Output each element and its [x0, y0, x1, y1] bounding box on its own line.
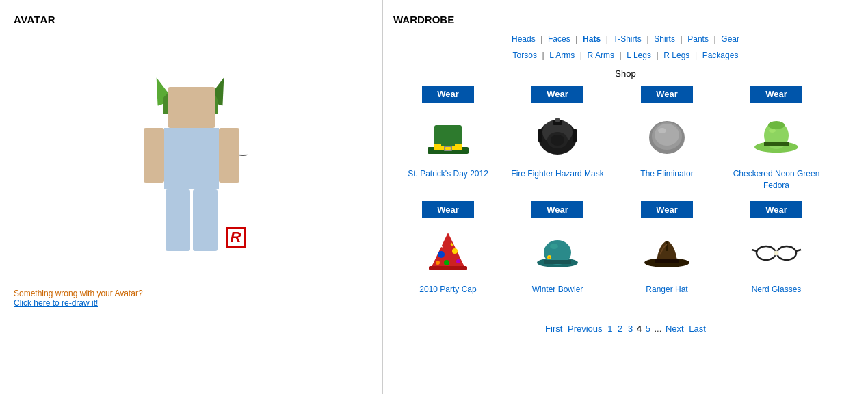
mask-firefighter-icon — [530, 111, 585, 159]
avatar-leg-right — [193, 189, 218, 251]
redraw-link[interactable]: Click here to re-draw it! — [14, 298, 369, 308]
page-first[interactable]: First — [545, 324, 562, 334]
svg-point-25 — [452, 248, 458, 254]
item-img-stpatrick — [417, 108, 479, 163]
page-last[interactable]: Last — [689, 324, 706, 334]
svg-rect-21 — [764, 142, 789, 146]
svg-rect-46 — [774, 251, 778, 255]
svg-point-28 — [456, 259, 460, 263]
item-firefighter: Wear — [503, 86, 612, 191]
pagination: First Previous 1 2 3 4 5 ... Next Last — [393, 313, 858, 334]
nav-larms[interactable]: L Arms — [549, 51, 575, 60]
item-bowler: Wear Wint — [503, 201, 612, 296]
item-name-firefighter[interactable]: Fire Fighter Hazard Mask — [511, 169, 603, 179]
svg-point-26 — [444, 260, 449, 265]
page-3[interactable]: 3 — [628, 324, 633, 334]
item-img-fedora — [746, 108, 807, 163]
svg-rect-8 — [538, 129, 542, 142]
svg-rect-31 — [429, 266, 467, 270]
item-img-firefighter — [527, 108, 588, 163]
avatar-arm-right — [219, 128, 239, 183]
page-2[interactable]: 2 — [618, 324, 622, 334]
wear-btn-partycap[interactable]: Wear — [422, 201, 474, 218]
item-name-fedora[interactable]: Checkered Neon Green Fedora — [733, 169, 820, 190]
svg-point-17 — [658, 128, 666, 133]
avatar-display: R — [14, 32, 369, 278]
items-grid: Wear St. Patrick's Day 2012 — [393, 86, 858, 306]
item-img-nerdglasses — [746, 224, 807, 278]
svg-rect-9 — [573, 129, 577, 142]
wardrobe-title: WARDROBE — [393, 14, 858, 25]
svg-point-27 — [436, 261, 440, 265]
svg-rect-35 — [544, 260, 571, 264]
wear-btn-stpatrick[interactable]: Wear — [422, 86, 474, 103]
page-next[interactable]: Next — [666, 324, 684, 334]
page-previous[interactable]: Previous — [568, 324, 603, 334]
nav-faces[interactable]: Faces — [548, 34, 570, 44]
svg-point-11 — [551, 135, 564, 146]
svg-rect-5 — [445, 147, 451, 150]
shop-label: Shop — [393, 68, 858, 79]
svg-rect-13 — [555, 118, 560, 122]
svg-point-20 — [768, 121, 785, 129]
glasses-nerd-icon — [749, 227, 804, 275]
hat-eliminator-icon — [640, 111, 694, 159]
svg-line-44 — [752, 250, 757, 251]
svg-point-24 — [438, 251, 445, 258]
avatar-leg-left — [166, 189, 190, 251]
avatar-head — [168, 87, 215, 128]
item-img-eliminator — [636, 108, 698, 163]
nav-rarms[interactable]: R Arms — [588, 51, 614, 60]
item-name-stpatrick[interactable]: St. Patrick's Day 2012 — [408, 169, 488, 179]
hat-stpatrick-icon — [421, 111, 475, 159]
nav-pants[interactable]: Pants — [687, 34, 709, 44]
left-panel: AVATAR — [0, 0, 383, 394]
nav-torsos[interactable]: Torsos — [513, 51, 537, 60]
avatar-figure: R — [116, 46, 267, 265]
nav-llegs[interactable]: L Legs — [627, 51, 651, 60]
wear-btn-fedora[interactable]: Wear — [750, 86, 802, 103]
item-img-partycap: ★ ★ — [417, 224, 479, 278]
nav-packages[interactable]: Packages — [702, 51, 739, 60]
item-fedora: Wear Checkered Neon Gr — [722, 86, 831, 191]
svg-point-22 — [769, 129, 776, 133]
hat-partycap-icon: ★ ★ — [421, 227, 475, 275]
item-img-ranghat — [636, 224, 698, 278]
nav-tshirts[interactable]: T-Shirts — [613, 34, 641, 44]
wear-btn-eliminator[interactable]: Wear — [641, 86, 693, 103]
item-name-bowler[interactable]: Winter Bowler — [532, 285, 583, 294]
item-name-partycap[interactable]: 2010 Party Cap — [419, 285, 476, 294]
svg-point-37 — [549, 257, 551, 259]
nav-hats[interactable]: Hats — [583, 34, 601, 44]
item-eliminator: Wear The Eliminator — [612, 86, 722, 191]
nav-gear[interactable]: Gear — [721, 34, 739, 44]
item-nerdglasses: Wear — [722, 201, 831, 296]
page-current: 4 — [637, 324, 642, 334]
page-ellipsis: ... — [655, 324, 664, 334]
item-name-eliminator[interactable]: The Eliminator — [640, 169, 693, 179]
item-name-nerdglasses[interactable]: Nerd Glasses — [752, 285, 802, 294]
page-1[interactable]: 1 — [607, 324, 612, 334]
wear-btn-firefighter[interactable]: Wear — [531, 86, 583, 103]
hat-fedora-icon — [749, 111, 804, 159]
avatar-torso: R — [164, 128, 219, 189]
svg-text:★: ★ — [440, 244, 443, 248]
svg-point-41 — [757, 246, 776, 260]
svg-point-34 — [550, 244, 558, 249]
wear-btn-ranghat[interactable]: Wear — [641, 201, 693, 218]
avatar-logo: R — [226, 227, 246, 248]
nav-rlegs[interactable]: R Legs — [663, 51, 689, 60]
nav-shirts[interactable]: Shirts — [654, 34, 675, 44]
item-name-ranghat[interactable]: Ranger Hat — [646, 285, 687, 294]
svg-text:★: ★ — [449, 241, 454, 248]
nav-heads[interactable]: Heads — [512, 34, 536, 44]
avatar-eye-right — [249, 144, 254, 149]
item-stpatrick: Wear St. Patrick's Day 2012 — [393, 86, 503, 191]
nav-row2: Torsos | L Arms | R Arms | L Legs | R Le… — [393, 47, 858, 64]
item-partycap: Wear ★ ★ — [393, 201, 503, 296]
wardrobe-nav: Heads | Faces | Hats | T-Shirts | Shirts… — [393, 31, 858, 63]
wear-btn-nerdglasses[interactable]: Wear — [750, 201, 802, 218]
page-5[interactable]: 5 — [646, 324, 650, 334]
svg-point-16 — [655, 124, 679, 146]
wear-btn-bowler[interactable]: Wear — [531, 201, 583, 218]
